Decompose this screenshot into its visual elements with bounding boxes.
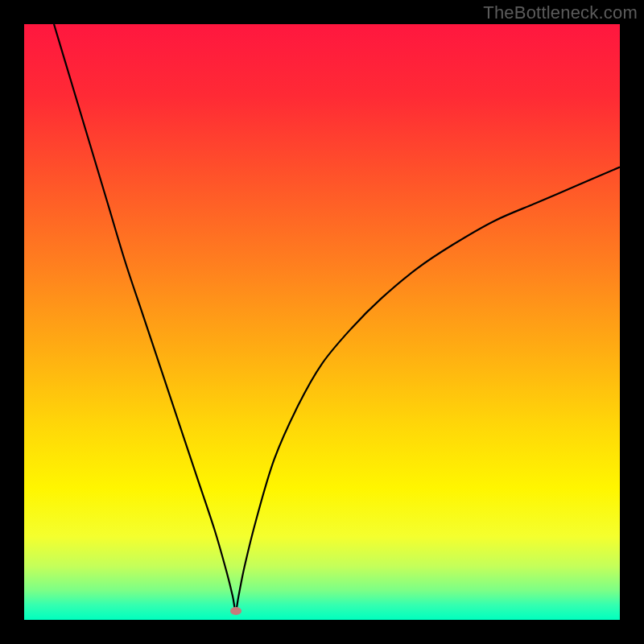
bottleneck-curve xyxy=(24,24,620,620)
watermark-text: TheBottleneck.com xyxy=(483,2,638,23)
optimum-marker xyxy=(230,607,242,615)
chart-frame: TheBottleneck.com xyxy=(0,0,644,644)
plot-area xyxy=(24,24,620,620)
